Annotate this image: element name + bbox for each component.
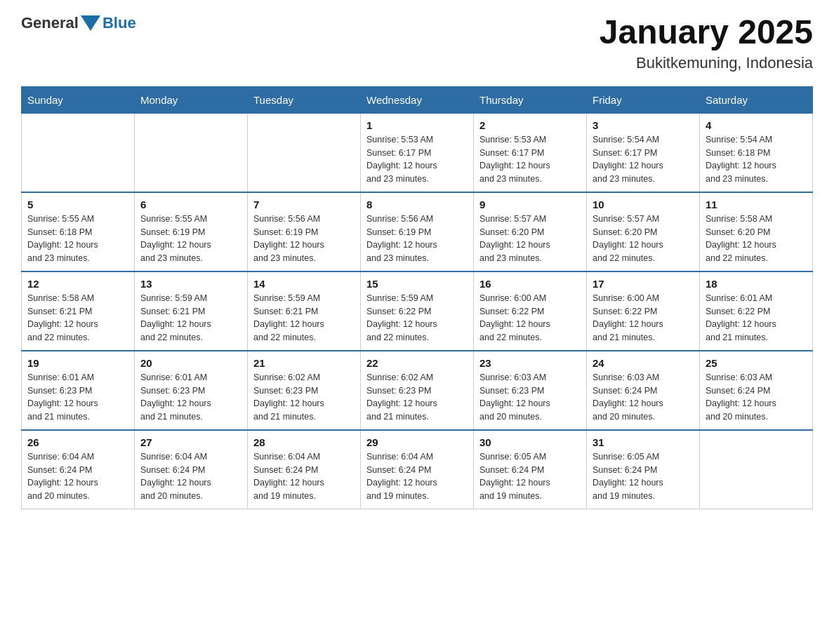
day-number: 12 — [27, 278, 128, 290]
calendar-day-cell: 31Sunrise: 6:05 AM Sunset: 6:24 PM Dayli… — [587, 430, 700, 509]
day-info: Sunrise: 6:03 AM Sunset: 6:24 PM Dayligh… — [593, 371, 694, 424]
calendar-day-cell: 3Sunrise: 5:54 AM Sunset: 6:17 PM Daylig… — [587, 113, 700, 192]
day-number: 5 — [27, 199, 128, 210]
day-info: Sunrise: 6:04 AM Sunset: 6:24 PM Dayligh… — [253, 450, 355, 503]
calendar-day-cell: 18Sunrise: 6:01 AM Sunset: 6:22 PM Dayli… — [700, 271, 813, 351]
day-info: Sunrise: 5:58 AM Sunset: 6:21 PM Dayligh… — [27, 292, 128, 344]
calendar-day-cell — [248, 113, 361, 192]
day-number: 14 — [253, 278, 355, 290]
header-tuesday: Tuesday — [248, 86, 361, 113]
day-info: Sunrise: 6:05 AM Sunset: 6:24 PM Dayligh… — [479, 450, 581, 503]
day-number: 23 — [479, 357, 581, 369]
day-info: Sunrise: 6:04 AM Sunset: 6:24 PM Dayligh… — [366, 450, 468, 503]
calendar-day-cell: 30Sunrise: 6:05 AM Sunset: 6:24 PM Dayli… — [474, 430, 587, 509]
day-info: Sunrise: 5:58 AM Sunset: 6:20 PM Dayligh… — [706, 213, 807, 265]
calendar-day-cell: 6Sunrise: 5:55 AM Sunset: 6:19 PM Daylig… — [135, 192, 248, 271]
day-info: Sunrise: 6:00 AM Sunset: 6:22 PM Dayligh… — [593, 292, 694, 344]
day-number: 10 — [593, 199, 694, 210]
page-header: General Blue January 2025 Bukitkemuning,… — [21, 14, 813, 72]
calendar-day-cell: 10Sunrise: 5:57 AM Sunset: 6:20 PM Dayli… — [587, 192, 700, 271]
day-info: Sunrise: 5:55 AM Sunset: 6:19 PM Dayligh… — [140, 213, 241, 265]
calendar-day-cell: 21Sunrise: 6:02 AM Sunset: 6:23 PM Dayli… — [248, 351, 361, 430]
logo-general-text: General — [21, 14, 79, 32]
day-number: 4 — [706, 119, 807, 131]
day-number: 26 — [27, 436, 128, 448]
calendar-day-cell: 8Sunrise: 5:56 AM Sunset: 6:19 PM Daylig… — [361, 192, 474, 271]
day-number: 25 — [706, 357, 807, 369]
calendar-week-row: 12Sunrise: 5:58 AM Sunset: 6:21 PM Dayli… — [22, 271, 813, 351]
calendar-day-cell: 20Sunrise: 6:01 AM Sunset: 6:23 PM Dayli… — [135, 351, 248, 430]
day-number: 28 — [253, 436, 355, 448]
day-info: Sunrise: 5:54 AM Sunset: 6:18 PM Dayligh… — [706, 133, 807, 186]
day-info: Sunrise: 5:59 AM Sunset: 6:21 PM Dayligh… — [140, 292, 241, 344]
day-number: 2 — [479, 119, 581, 131]
calendar-day-cell: 24Sunrise: 6:03 AM Sunset: 6:24 PM Dayli… — [587, 351, 700, 430]
header-sunday: Sunday — [22, 86, 135, 113]
day-number: 8 — [366, 199, 468, 210]
day-info: Sunrise: 5:57 AM Sunset: 6:20 PM Dayligh… — [593, 213, 694, 265]
calendar-day-cell: 16Sunrise: 6:00 AM Sunset: 6:22 PM Dayli… — [474, 271, 587, 351]
calendar-day-cell: 26Sunrise: 6:04 AM Sunset: 6:24 PM Dayli… — [22, 430, 135, 509]
day-info: Sunrise: 6:02 AM Sunset: 6:23 PM Dayligh… — [253, 371, 355, 424]
day-info: Sunrise: 5:56 AM Sunset: 6:19 PM Dayligh… — [253, 213, 355, 265]
calendar-day-cell: 1Sunrise: 5:53 AM Sunset: 6:17 PM Daylig… — [361, 113, 474, 192]
day-number: 30 — [479, 436, 581, 448]
calendar-day-cell — [135, 113, 248, 192]
calendar-day-cell: 4Sunrise: 5:54 AM Sunset: 6:18 PM Daylig… — [700, 113, 813, 192]
day-info: Sunrise: 6:01 AM Sunset: 6:23 PM Dayligh… — [140, 371, 241, 424]
day-number: 6 — [140, 199, 241, 210]
calendar-day-cell: 11Sunrise: 5:58 AM Sunset: 6:20 PM Dayli… — [700, 192, 813, 271]
calendar-day-cell: 17Sunrise: 6:00 AM Sunset: 6:22 PM Dayli… — [587, 271, 700, 351]
day-number: 15 — [366, 278, 468, 290]
calendar-week-row: 26Sunrise: 6:04 AM Sunset: 6:24 PM Dayli… — [22, 430, 813, 509]
day-info: Sunrise: 6:01 AM Sunset: 6:22 PM Dayligh… — [706, 292, 807, 344]
calendar-day-cell: 12Sunrise: 5:58 AM Sunset: 6:21 PM Dayli… — [22, 271, 135, 351]
day-info: Sunrise: 5:56 AM Sunset: 6:19 PM Dayligh… — [366, 213, 468, 265]
calendar-day-cell: 2Sunrise: 5:53 AM Sunset: 6:17 PM Daylig… — [474, 113, 587, 192]
day-number: 29 — [366, 436, 468, 448]
calendar-week-row: 5Sunrise: 5:55 AM Sunset: 6:18 PM Daylig… — [22, 192, 813, 271]
day-number: 20 — [140, 357, 241, 369]
calendar-day-cell: 13Sunrise: 5:59 AM Sunset: 6:21 PM Dayli… — [135, 271, 248, 351]
day-number: 21 — [253, 357, 355, 369]
day-number: 24 — [593, 357, 694, 369]
day-number: 7 — [253, 199, 355, 210]
calendar-day-cell: 25Sunrise: 6:03 AM Sunset: 6:24 PM Dayli… — [700, 351, 813, 430]
day-info: Sunrise: 6:05 AM Sunset: 6:24 PM Dayligh… — [593, 450, 694, 503]
calendar-day-cell — [22, 113, 135, 192]
calendar-title: January 2025 — [600, 14, 813, 51]
calendar-day-cell: 29Sunrise: 6:04 AM Sunset: 6:24 PM Dayli… — [361, 430, 474, 509]
calendar-day-cell: 27Sunrise: 6:04 AM Sunset: 6:24 PM Dayli… — [135, 430, 248, 509]
day-number: 16 — [479, 278, 581, 290]
calendar-day-cell: 7Sunrise: 5:56 AM Sunset: 6:19 PM Daylig… — [248, 192, 361, 271]
logo: General Blue — [21, 14, 136, 32]
day-number: 11 — [706, 199, 807, 210]
day-info: Sunrise: 5:59 AM Sunset: 6:21 PM Dayligh… — [253, 292, 355, 344]
day-number: 1 — [366, 119, 468, 131]
calendar-day-cell: 15Sunrise: 5:59 AM Sunset: 6:22 PM Dayli… — [361, 271, 474, 351]
calendar-header-row: Sunday Monday Tuesday Wednesday Thursday… — [22, 86, 813, 113]
day-info: Sunrise: 5:59 AM Sunset: 6:22 PM Dayligh… — [366, 292, 468, 344]
logo-blue-text: Blue — [102, 14, 136, 32]
day-number: 31 — [593, 436, 694, 448]
calendar-day-cell: 5Sunrise: 5:55 AM Sunset: 6:18 PM Daylig… — [22, 192, 135, 271]
day-number: 18 — [706, 278, 807, 290]
day-info: Sunrise: 5:54 AM Sunset: 6:17 PM Dayligh… — [593, 133, 694, 186]
day-number: 9 — [479, 199, 581, 210]
day-info: Sunrise: 6:03 AM Sunset: 6:23 PM Dayligh… — [479, 371, 581, 424]
calendar-table: Sunday Monday Tuesday Wednesday Thursday… — [21, 86, 813, 509]
day-info: Sunrise: 6:01 AM Sunset: 6:23 PM Dayligh… — [27, 371, 128, 424]
calendar-day-cell: 19Sunrise: 6:01 AM Sunset: 6:23 PM Dayli… — [22, 351, 135, 430]
day-number: 17 — [593, 278, 694, 290]
header-thursday: Thursday — [474, 86, 587, 113]
day-number: 27 — [140, 436, 241, 448]
calendar-day-cell: 22Sunrise: 6:02 AM Sunset: 6:23 PM Dayli… — [361, 351, 474, 430]
calendar-week-row: 19Sunrise: 6:01 AM Sunset: 6:23 PM Dayli… — [22, 351, 813, 430]
day-info: Sunrise: 5:53 AM Sunset: 6:17 PM Dayligh… — [479, 133, 581, 186]
calendar-day-cell: 23Sunrise: 6:03 AM Sunset: 6:23 PM Dayli… — [474, 351, 587, 430]
logo-triangle-icon — [81, 15, 100, 31]
header-wednesday: Wednesday — [361, 86, 474, 113]
day-number: 13 — [140, 278, 241, 290]
header-friday: Friday — [587, 86, 700, 113]
day-info: Sunrise: 6:00 AM Sunset: 6:22 PM Dayligh… — [479, 292, 581, 344]
